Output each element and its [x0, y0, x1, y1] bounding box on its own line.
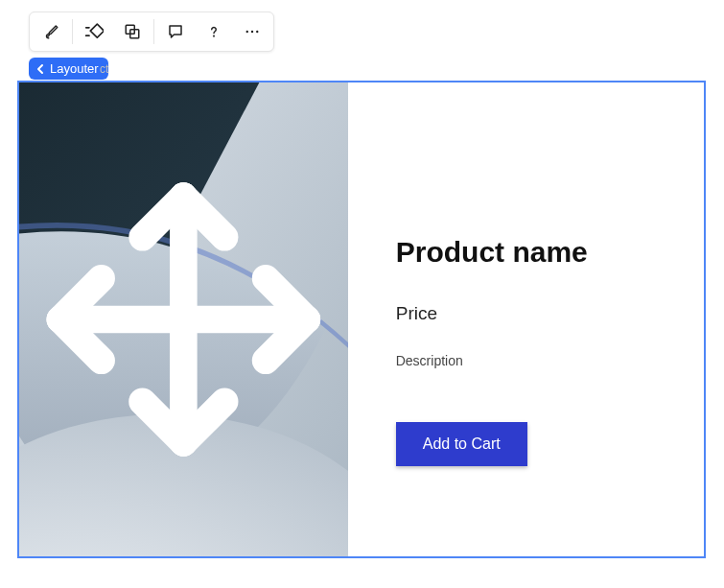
- brush-icon: [42, 23, 59, 40]
- layouter-breadcrumb[interactable]: Layouter: [29, 58, 108, 80]
- align-icon: [84, 23, 104, 40]
- product-info-area: Product name Price Description Add to Ca…: [348, 82, 704, 556]
- overlap-icon: [124, 23, 141, 40]
- layouter-label: Layouter: [50, 61, 99, 76]
- more-icon: [244, 23, 261, 40]
- overlap-button[interactable]: [113, 14, 152, 49]
- toolbar-separator: [153, 19, 154, 44]
- svg-point-7: [251, 31, 253, 33]
- toolbar-separator: [72, 19, 73, 44]
- svg-point-8: [256, 31, 258, 33]
- product-image-area[interactable]: [19, 82, 348, 556]
- product-description[interactable]: Description: [396, 353, 656, 368]
- brush-button[interactable]: [32, 14, 70, 49]
- chevron-left-icon: [36, 63, 46, 75]
- product-image-placeholder: [19, 82, 348, 556]
- product-name[interactable]: Product name: [396, 236, 656, 269]
- svg-rect-2: [90, 24, 104, 37]
- help-icon: [205, 23, 222, 40]
- add-to-cart-button[interactable]: Add to Cart: [396, 422, 527, 466]
- selected-layout[interactable]: Product name Price Description Add to Ca…: [17, 81, 706, 558]
- help-button[interactable]: [195, 14, 233, 49]
- comment-icon: [167, 23, 184, 40]
- svg-point-6: [246, 31, 248, 33]
- svg-point-5: [214, 35, 215, 36]
- comment-button[interactable]: [156, 14, 195, 49]
- floating-toolbar: [29, 12, 274, 52]
- product-price[interactable]: Price: [396, 303, 656, 324]
- more-button[interactable]: [233, 14, 271, 49]
- align-button[interactable]: [75, 14, 113, 49]
